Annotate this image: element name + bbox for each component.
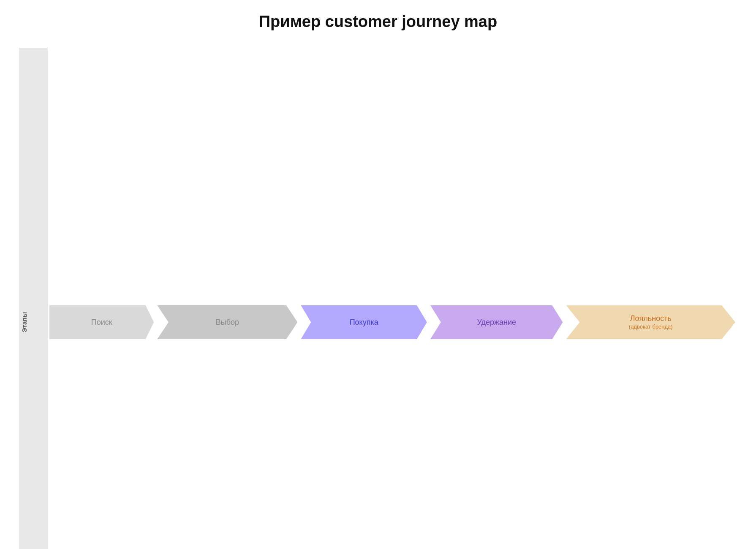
page-wrapper: Пример customer journey map Этапы Поиск <box>19 13 737 549</box>
stage-choice-arrow: Выбор <box>157 305 297 339</box>
page-title: Пример customer journey map <box>19 13 737 31</box>
header-row: Этапы Поиск Выбор Покупка <box>19 48 737 549</box>
stage-loyalty-arrow: Лояльность (адвокат бренда) <box>566 305 736 339</box>
stage-loyalty: Лояльность (адвокат бренда) <box>565 48 737 549</box>
stage-search-arrow: Поиск <box>49 305 154 339</box>
stage-purchase-arrow: Покупка <box>301 305 427 339</box>
stage-search: Поиск <box>48 48 155 549</box>
stage-choice: Выбор <box>155 48 299 549</box>
stage-retention: Удержание <box>429 48 565 549</box>
stages-label-text: Этапы <box>21 48 28 549</box>
cjm-table: Этапы Поиск Выбор Покупка <box>19 48 737 549</box>
stages-label: Этапы <box>19 48 48 549</box>
stage-retention-arrow: Удержание <box>430 305 563 339</box>
stage-purchase: Покупка <box>299 48 428 549</box>
